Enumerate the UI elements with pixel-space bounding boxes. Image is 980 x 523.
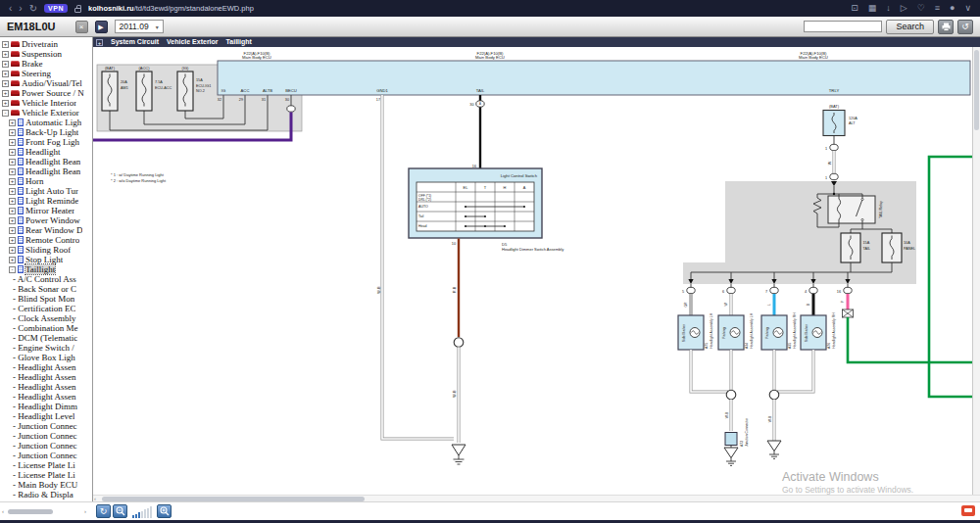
sidebar-item[interactable]: +Headlight Bean bbox=[0, 157, 92, 166]
expand-icon[interactable]: + bbox=[9, 237, 16, 244]
expand-icon[interactable]: + bbox=[9, 168, 16, 175]
expand-icon[interactable]: + bbox=[2, 61, 9, 68]
refresh-icon[interactable]: ↻ bbox=[29, 0, 37, 17]
wiring-diagram-canvas[interactable]: (BAT) 20A AM1 (ACC) 7.5A ECU-ACC (IG) 15… bbox=[93, 47, 972, 495]
favorites-icon[interactable]: ♡ bbox=[917, 0, 925, 17]
canvas-vscrollbar[interactable] bbox=[972, 47, 980, 495]
sidebar-item[interactable]: - Junction Connec bbox=[0, 451, 92, 460]
header-expand-icon[interactable]: + bbox=[96, 39, 103, 46]
sidebar-item[interactable]: - Clock Assembly bbox=[0, 313, 92, 323]
sidebar-item[interactable]: +Steering bbox=[0, 69, 92, 78]
expand-icon[interactable]: + bbox=[9, 198, 16, 205]
expand-icon[interactable]: + bbox=[2, 71, 9, 77]
sidebar-item[interactable]: - Junction Connec bbox=[0, 421, 92, 431]
sidebar-item[interactable]: - Headlight Assen bbox=[0, 392, 92, 402]
expand-icon[interactable]: + bbox=[9, 139, 16, 146]
expand-icon[interactable]: + bbox=[9, 188, 16, 195]
expand-icon[interactable]: + bbox=[9, 129, 16, 136]
sidebar-scroll-left-icon[interactable]: ‹ bbox=[2, 508, 4, 515]
expand-icon[interactable]: + bbox=[9, 178, 16, 185]
search-button[interactable]: Search bbox=[886, 20, 934, 34]
collapse-icon[interactable]: - bbox=[2, 110, 9, 117]
search-input[interactable] bbox=[804, 21, 882, 32]
sidebar-scroll-right-icon[interactable]: › bbox=[84, 508, 86, 515]
sidebar-item[interactable]: - Headlight Assen bbox=[0, 382, 92, 392]
return-icon[interactable]: ↺ bbox=[957, 20, 973, 34]
reset-view-button[interactable]: ↻ bbox=[96, 504, 111, 518]
play-button[interactable]: ▶ bbox=[95, 21, 108, 33]
system-tree-sidebar[interactable]: +Drivetrain+Suspension+Brake+Steering+Au… bbox=[0, 37, 93, 501]
sidebar-item[interactable]: - Headlight Assen bbox=[0, 372, 92, 382]
canvas-hscrollbar[interactable]: ‹ bbox=[93, 495, 980, 501]
sidebar-item[interactable]: +Light Auto Tur bbox=[0, 186, 92, 196]
sidebar-item[interactable]: +Mirror Heater bbox=[0, 206, 92, 215]
download-icon[interactable]: ↓ bbox=[886, 0, 891, 17]
sidebar-item[interactable]: +Suspension bbox=[0, 49, 92, 59]
sidebar-item[interactable]: - DCM (Telematic bbox=[0, 333, 92, 343]
sidebar-item[interactable]: - Engine Switch / bbox=[0, 343, 92, 353]
url-text[interactable]: kolhosniki.ru/td/td3ewd/pgm/standaloneEW… bbox=[88, 4, 254, 13]
print-icon[interactable] bbox=[938, 20, 954, 34]
expand-icon[interactable]: + bbox=[2, 41, 9, 48]
sidebar-item[interactable]: - Junction Connec bbox=[0, 431, 92, 441]
expand-icon[interactable]: + bbox=[9, 159, 16, 166]
expand-icon[interactable]: + bbox=[9, 149, 16, 156]
version-dropdown[interactable]: 2011.09 ▾ bbox=[115, 20, 164, 33]
close-button[interactable]: × bbox=[75, 21, 88, 33]
sidebar-item[interactable]: - License Plate Li bbox=[0, 470, 92, 480]
expand-icon[interactable]: + bbox=[2, 90, 9, 97]
sidebar-item[interactable]: -Vehicle Exterior bbox=[0, 108, 92, 118]
sidebar-item[interactable]: - Radio & Displa bbox=[0, 490, 92, 499]
sidebar-item[interactable]: +Stop Light bbox=[0, 255, 92, 264]
back-icon[interactable]: ‹ bbox=[9, 0, 12, 17]
sidebar-item[interactable]: +Front Fog Ligh bbox=[0, 137, 92, 147]
expand-icon[interactable]: + bbox=[9, 257, 16, 263]
sidebar-item[interactable]: +Sliding Roof bbox=[0, 245, 92, 255]
sidebar-item[interactable]: - Headlight Level bbox=[0, 411, 92, 421]
canvas-vscrollbar-thumb[interactable] bbox=[974, 50, 979, 130]
sidebar-item[interactable]: - A/C Control Ass bbox=[0, 274, 92, 284]
vpn-badge[interactable]: VPN bbox=[44, 4, 68, 13]
zoom-in-button[interactable] bbox=[157, 504, 172, 518]
feedback-badge-icon[interactable] bbox=[961, 505, 975, 516]
menu-icon[interactable]: ≡ bbox=[935, 0, 940, 17]
sidebar-item[interactable]: +Vehicle Interior bbox=[0, 98, 92, 108]
capture-icon[interactable]: ⊡ bbox=[851, 0, 858, 17]
sidebar-item[interactable]: +Power Window bbox=[0, 215, 92, 225]
sidebar-item[interactable]: +Horn bbox=[0, 176, 92, 186]
sidebar-hscrollbar-thumb[interactable] bbox=[8, 509, 53, 514]
expand-icon[interactable]: + bbox=[2, 80, 9, 87]
zoom-out-button[interactable] bbox=[113, 504, 127, 518]
expand-icon[interactable]: + bbox=[9, 119, 16, 126]
expand-icon[interactable]: + bbox=[9, 247, 16, 254]
sidebar-item[interactable]: - Headlight Assen bbox=[0, 362, 92, 372]
sidebar-item[interactable]: - Junction Connec bbox=[0, 441, 92, 451]
sidebar-item[interactable]: +Audio/Visual/Tel bbox=[0, 78, 92, 88]
profile-icon[interactable]: ● bbox=[950, 0, 955, 17]
expand-icon[interactable]: + bbox=[9, 208, 16, 214]
sidebar-item[interactable]: +Light Reminde bbox=[0, 196, 92, 206]
sidebar-item[interactable]: - Back Sonar or C bbox=[0, 284, 92, 294]
sidebar-item[interactable]: +Rear Window D bbox=[0, 225, 92, 235]
forward-icon[interactable]: › bbox=[19, 0, 22, 17]
sidebar-item[interactable]: -Taillight bbox=[0, 264, 92, 274]
sidebar-item[interactable]: +Brake bbox=[0, 59, 92, 69]
sidebar-item[interactable]: - Main Body ECU bbox=[0, 480, 92, 490]
chevron-down-icon[interactable]: ∨ bbox=[964, 0, 971, 17]
expand-icon[interactable]: + bbox=[2, 51, 9, 58]
sidebar-item[interactable]: - License Plate Li bbox=[0, 460, 92, 470]
sidebar-item[interactable]: +Back-Up Light bbox=[0, 127, 92, 137]
sidebar-item[interactable]: +Automatic Ligh bbox=[0, 118, 92, 127]
sidebar-hscrollbar[interactable]: ‹ › bbox=[0, 507, 93, 516]
extensions-icon[interactable]: ▦ bbox=[868, 0, 877, 17]
expand-icon[interactable]: + bbox=[2, 100, 9, 107]
expand-icon[interactable]: + bbox=[9, 217, 16, 224]
sidebar-item[interactable]: - Headlight Dimm bbox=[0, 402, 92, 411]
collapse-icon[interactable]: - bbox=[9, 266, 16, 273]
sidebar-item[interactable]: +Power Source / N bbox=[0, 88, 92, 98]
sidebar-item[interactable]: +Remote Contro bbox=[0, 235, 92, 245]
sidebar-item[interactable]: - Combination Me bbox=[0, 323, 92, 333]
play-icon[interactable]: ▷ bbox=[901, 0, 907, 17]
zoom-level-indicator[interactable] bbox=[129, 505, 155, 518]
sidebar-item[interactable]: - Certification EC bbox=[0, 304, 92, 313]
